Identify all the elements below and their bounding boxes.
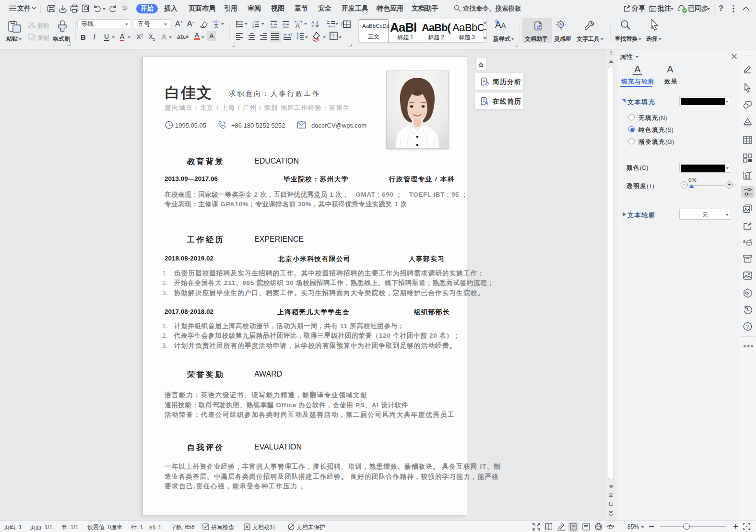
- svg-text:A: A: [295, 22, 300, 28]
- svg-text:?: ?: [746, 324, 749, 330]
- svg-text:a: a: [743, 239, 745, 244]
- svg-text:Z: Z: [311, 24, 314, 29]
- svg-text:3: 3: [252, 25, 254, 28]
